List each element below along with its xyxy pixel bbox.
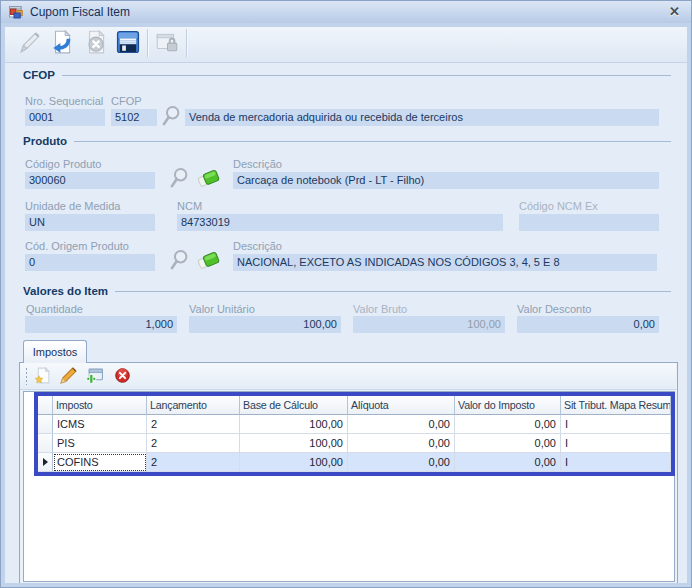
grid-cell-imposto-focused[interactable]: COFINS (53, 453, 147, 472)
grid-cell-imposto[interactable]: PIS (53, 434, 147, 453)
grid-cell-aliquota[interactable]: 0,00 (348, 453, 455, 472)
lock-icon (154, 29, 180, 57)
impostos-toolbar (20, 363, 676, 390)
cod-origem-field[interactable]: 0 (25, 254, 155, 271)
cfop-descricao-field[interactable]: Venda de mercadoria adquirida ou recebid… (185, 109, 659, 126)
grid-cell-base[interactable]: 100,00 (240, 434, 348, 453)
row-header[interactable] (38, 415, 53, 434)
origem-search-icon[interactable] (169, 249, 189, 273)
main-toolbar (5, 24, 687, 63)
ncm-ex-label: Código NCM Ex (519, 200, 598, 212)
cfop-search-icon[interactable] (161, 105, 181, 129)
group-produto-title: Produto (23, 135, 67, 147)
toolbar-separator (147, 29, 148, 57)
impostos-grid-table: Imposto Lançamento Base de Cálculo Alíqu… (38, 396, 671, 472)
column-header-lancamento[interactable]: Lançamento (147, 396, 240, 415)
orange-pencil-icon (59, 366, 78, 387)
ncm-field[interactable]: 84733019 (177, 214, 503, 231)
codigo-produto-label: Código Produto (25, 158, 101, 170)
red-x-circle-icon (114, 367, 131, 386)
current-row-arrow-icon (43, 458, 48, 466)
grid-cell-lancamento[interactable]: 2 (147, 415, 240, 434)
column-header-aliquota[interactable]: Alíquota (348, 396, 455, 415)
column-header-sit-tribut[interactable]: Sit Tribut. Mapa Resumo (561, 396, 671, 415)
grid-cell-base[interactable]: 100,00 (240, 415, 348, 434)
cancel-button[interactable] (81, 28, 111, 58)
quantidade-label: Quantidade (26, 303, 83, 315)
title-bar: Cupom Fiscal Item ✕ (1, 1, 691, 24)
grid-cell-sit[interactable]: I (561, 453, 671, 472)
unidade-medida-label: Unidade de Medida (25, 200, 120, 212)
grid-cell-lancamento[interactable]: 2 (147, 453, 240, 472)
produto-descricao-field[interactable]: Carcaça de notebook (Prd - LT - Filho) (233, 172, 659, 189)
ncm-label: NCM (177, 200, 202, 212)
row-header[interactable] (38, 434, 53, 453)
valor-unitario-field[interactable]: 100,00 (189, 316, 341, 333)
valor-desconto-label: Valor Desconto (517, 303, 591, 315)
group-valores-title: Valores do Item (23, 285, 108, 297)
group-cfop: CFOP (23, 69, 671, 81)
window: Cupom Fiscal Item ✕ (0, 0, 692, 588)
save-button[interactable] (113, 28, 143, 58)
valor-unitario-label: Valor Unitário (189, 303, 255, 315)
grid-cell-valor[interactable]: 0,00 (455, 415, 561, 434)
cfop-label: CFOP (111, 95, 142, 107)
floppy-disk-icon (114, 28, 142, 58)
nro-sequencial-label: Nro. Sequencial (25, 95, 103, 107)
group-valores: Valores do Item (23, 285, 671, 297)
toolbar-grip[interactable] (25, 367, 28, 385)
grid-cell-sit[interactable]: I (561, 415, 671, 434)
impostos-grid-selection-border: Imposto Lançamento Base de Cálculo Alíqu… (34, 392, 675, 476)
origem-descricao-label: Descrição (233, 240, 282, 252)
codigo-produto-field[interactable]: 300060 (25, 172, 155, 189)
grid-cell-valor[interactable]: 0,00 (455, 434, 561, 453)
grid-cell-aliquota[interactable]: 0,00 (348, 415, 455, 434)
group-cfop-title: CFOP (23, 69, 55, 81)
window-plus-icon (85, 366, 104, 387)
pencil-icon (17, 29, 43, 57)
produto-search-icon[interactable] (169, 167, 189, 191)
delete-record-button[interactable] (112, 366, 132, 386)
cod-origem-label: Cód. Origem Produto (25, 240, 129, 252)
cfop-field[interactable]: 5102 (111, 109, 157, 126)
valor-bruto-label: Valor Bruto (353, 303, 407, 315)
grid-cell-sit[interactable]: I (561, 434, 671, 453)
column-header-base-de-calculo[interactable]: Base de Cálculo (240, 396, 348, 415)
toolbar-separator (186, 29, 187, 57)
new-record-button[interactable] (32, 366, 52, 386)
grid-cell-imposto[interactable]: ICMS (53, 415, 147, 434)
cancel-circle-icon (83, 29, 109, 57)
column-header-imposto[interactable]: Imposto (53, 396, 147, 415)
unidade-medida-field[interactable]: UN (25, 214, 155, 231)
undo-arrow-icon (49, 29, 75, 57)
edit-record-button[interactable] (58, 366, 78, 386)
app-icon (8, 4, 24, 20)
close-button[interactable]: ✕ (669, 4, 680, 19)
valor-bruto-field: 100,00 (353, 316, 505, 333)
grid-cell-aliquota[interactable]: 0,00 (348, 434, 455, 453)
grid-cell-lancamento[interactable]: 2 (147, 434, 240, 453)
tab-impostos[interactable]: Impostos (23, 340, 87, 363)
ncm-ex-field[interactable] (519, 214, 659, 231)
lock-button[interactable] (152, 28, 182, 58)
valor-desconto-field[interactable]: 0,00 (517, 316, 659, 333)
window-title: Cupom Fiscal Item (30, 5, 130, 19)
column-header-valor-do-imposto[interactable]: Valor do Imposto (455, 396, 561, 415)
grid-cell-valor[interactable]: 0,00 (455, 453, 561, 472)
add-record-button[interactable] (84, 366, 104, 386)
grid-corner-cell[interactable] (38, 396, 53, 415)
produto-descricao-label: Descrição (233, 158, 282, 170)
undo-button[interactable] (47, 28, 77, 58)
nro-sequencial-field[interactable]: 0001 (25, 109, 105, 126)
origem-descricao-field[interactable]: NACIONAL, EXCETO AS INDICADAS NOS CÓDIGO… (233, 254, 657, 271)
new-document-star-icon (33, 366, 52, 387)
edit-button[interactable] (15, 28, 45, 58)
grid-cell-base[interactable]: 100,00 (240, 453, 348, 472)
current-row-header[interactable] (38, 453, 53, 472)
produto-eraser-icon[interactable] (195, 165, 221, 191)
origem-eraser-icon[interactable] (195, 247, 221, 273)
group-produto: Produto (23, 135, 671, 147)
quantidade-field[interactable]: 1,000 (25, 316, 177, 333)
